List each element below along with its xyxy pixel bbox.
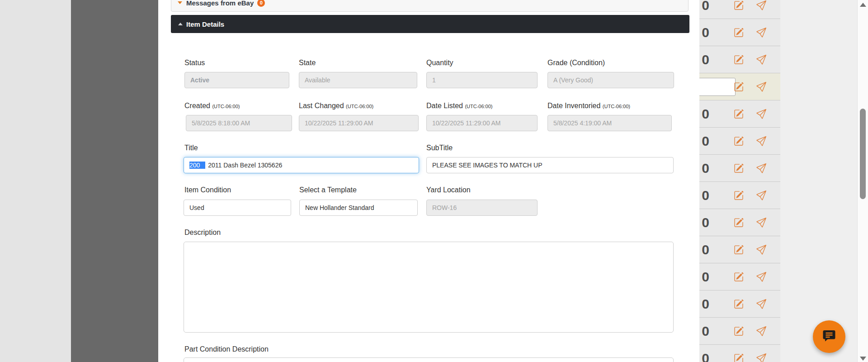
messages-from-ebay-header[interactable]: Messages from eBay 0	[171, 0, 689, 12]
edit-icon[interactable]	[734, 136, 744, 146]
subtitle-input[interactable]: PLEASE SEE IMAGES TO MATCH UP	[426, 157, 674, 173]
row-number: 0	[699, 349, 709, 362]
grade-field: A (Very Good)	[547, 72, 674, 88]
edit-icon[interactable]	[734, 353, 744, 362]
item-condition-label: Item Condition	[184, 186, 231, 194]
edit-icon[interactable]	[734, 28, 744, 38]
collapsed-sidebar-panel	[71, 0, 158, 362]
part-condition-description-input[interactable]	[184, 357, 674, 362]
row-edit-input[interactable]	[699, 78, 736, 96]
row-number: 0	[699, 159, 709, 177]
row-number: 0	[699, 268, 709, 286]
edit-icon[interactable]	[734, 326, 744, 336]
item-details-title: Item Details	[186, 20, 224, 28]
row-number: 0	[699, 295, 709, 313]
item-detail-panel: Messages from eBay 0 Item Details Status…	[171, 0, 689, 362]
caret-up-icon	[178, 23, 183, 25]
send-icon[interactable]	[756, 353, 766, 362]
description-textarea[interactable]	[184, 242, 674, 333]
quantity-field: 1	[426, 72, 538, 88]
row-number: 0	[699, 51, 709, 69]
table-row[interactable]: 0	[699, 182, 780, 209]
send-icon[interactable]	[756, 191, 766, 200]
send-icon[interactable]	[756, 109, 766, 119]
send-icon[interactable]	[756, 326, 766, 336]
quantity-label: Quantity	[426, 59, 453, 67]
grade-label: Grade (Condition)	[547, 59, 605, 67]
title-rest-text: 2011 Dash Bezel 1305626	[208, 162, 282, 169]
table-row[interactable]: 0	[699, 236, 780, 263]
item-details-header[interactable]: Item Details	[171, 15, 689, 33]
row-number: 0	[699, 132, 709, 150]
row-number: 0	[699, 0, 709, 14]
date-inventoried-label: Date Inventoried (UTC-06:00)	[547, 102, 630, 110]
send-icon[interactable]	[756, 82, 766, 92]
table-row[interactable]: 0	[699, 155, 780, 182]
table-row[interactable]	[699, 73, 780, 100]
title-label: Title	[184, 144, 198, 152]
status-label: Status	[184, 59, 205, 67]
row-number: 0	[699, 186, 709, 205]
send-icon[interactable]	[756, 272, 766, 282]
send-icon[interactable]	[756, 218, 766, 228]
edit-icon[interactable]	[734, 245, 744, 255]
scrollbar-thumb[interactable]	[860, 109, 866, 199]
table-row[interactable]: 0	[699, 291, 780, 318]
edit-icon[interactable]	[734, 163, 744, 173]
send-icon[interactable]	[756, 245, 766, 255]
messages-title: Messages from eBay	[186, 0, 254, 7]
table-row[interactable]: 0	[699, 345, 780, 362]
messages-count-badge: 0	[257, 0, 265, 7]
arrow-up-icon[interactable]	[860, 3, 866, 7]
edit-icon[interactable]	[734, 272, 744, 282]
send-icon[interactable]	[756, 163, 766, 173]
left-rail	[0, 0, 71, 362]
last-changed-label: Last Changed (UTC-06:00)	[299, 102, 373, 110]
table-row[interactable]: 0	[699, 128, 780, 155]
row-number: 0	[699, 322, 709, 340]
edit-icon[interactable]	[734, 109, 744, 119]
edit-icon[interactable]	[734, 0, 744, 10]
arrow-down-icon[interactable]	[860, 357, 866, 361]
send-icon[interactable]	[756, 28, 766, 38]
vertical-scrollbar[interactable]	[857, 0, 868, 362]
send-icon[interactable]	[756, 136, 766, 146]
table-row[interactable]: 0	[699, 318, 780, 345]
table-row[interactable]: 0	[699, 263, 780, 291]
edit-icon[interactable]	[734, 218, 744, 228]
template-label: Select a Template	[299, 186, 357, 194]
row-number: 0	[699, 105, 709, 123]
caret-down-icon	[178, 1, 182, 4]
edit-icon[interactable]	[734, 299, 744, 309]
state-field: Available	[299, 72, 417, 88]
description-label: Description	[184, 229, 221, 237]
created-label: Created (UTC-06:00)	[184, 102, 240, 110]
send-icon[interactable]	[756, 299, 766, 309]
table-row[interactable]: 0	[699, 100, 780, 128]
date-listed-tz: (UTC-06:00)	[465, 104, 492, 109]
part-condition-description-label: Part Condition Description	[184, 345, 269, 353]
edit-icon[interactable]	[734, 191, 744, 200]
item-condition-input[interactable]: Used	[184, 200, 291, 216]
table-row[interactable]: 0	[699, 0, 780, 19]
side-table: 0 0 0	[699, 0, 780, 362]
screen: Messages from eBay 0 Item Details Status…	[0, 0, 868, 362]
send-icon[interactable]	[756, 0, 766, 10]
send-icon[interactable]	[756, 55, 766, 65]
table-row[interactable]: 0	[699, 46, 780, 73]
date-inventoried-tz: (UTC-06:00)	[603, 104, 630, 109]
yard-location-label: Yard Location	[426, 186, 471, 194]
row-number: 0	[699, 24, 709, 42]
title-input[interactable]: 200 2011 Dash Bezel 1305626	[184, 157, 419, 173]
table-row[interactable]: 0	[699, 209, 780, 236]
edit-icon[interactable]	[734, 55, 744, 65]
row-number: 0	[699, 241, 709, 259]
edit-icon[interactable]	[734, 82, 744, 92]
page-background-right	[780, 0, 857, 362]
row-number: 0	[699, 214, 709, 232]
last-changed-tz: (UTC-06:00)	[346, 104, 373, 109]
title-selected-text: 200	[189, 162, 205, 169]
chat-button[interactable]	[813, 320, 845, 353]
template-select[interactable]: New Hollander Standard	[299, 200, 418, 216]
table-row[interactable]: 0	[699, 19, 780, 46]
